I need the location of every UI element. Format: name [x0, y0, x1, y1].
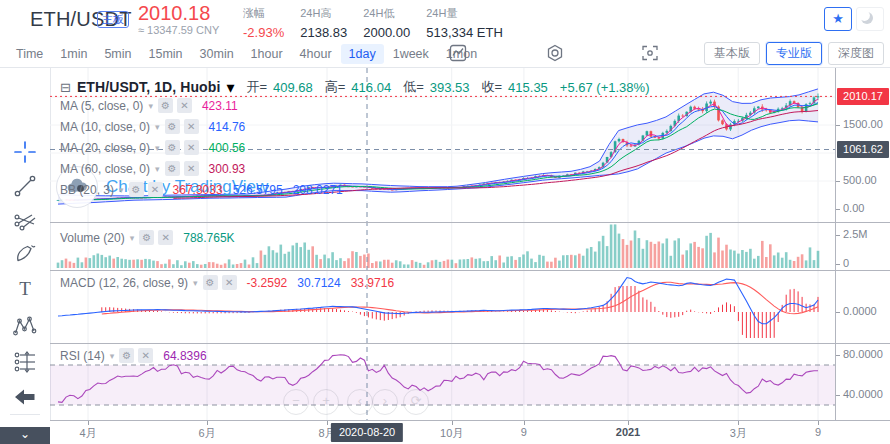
time-axis-label: 9: [815, 426, 821, 438]
gann-fib-tool[interactable]: [12, 207, 38, 233]
indicator-settings-button[interactable]: ⚙: [129, 182, 144, 197]
indicator-settings-button[interactable]: ⚙: [165, 161, 180, 176]
indicator-remove-button[interactable]: ✕: [184, 161, 199, 176]
interval-time[interactable]: Time: [8, 44, 51, 64]
chevron-down-icon: ⌄: [20, 427, 30, 441]
chart-nav-scroll-right[interactable]: ›: [372, 389, 398, 415]
time-axis-label: 10月: [440, 426, 463, 441]
header-stat: 24H高2138.83: [300, 6, 347, 40]
view-button[interactable]: 深度图: [828, 42, 884, 65]
indicator-settings-button[interactable]: ⚙: [165, 140, 180, 155]
line-chart-icon[interactable]: [448, 43, 470, 65]
stat-value: 2000.00: [363, 25, 410, 40]
moon-icon: [857, 8, 883, 28]
time-axis-label: 2021: [616, 426, 640, 438]
time-axis-label: 6月: [198, 426, 215, 441]
view-button[interactable]: 基本版: [704, 42, 760, 65]
theme-toggle-button[interactable]: [856, 7, 884, 31]
axis-label: 0.00: [843, 202, 864, 214]
trading-app: ETH/USDT 主板 2010.18 ≈ 13347.59 CNY 涨幅-2.…: [0, 0, 890, 444]
indicator-settings-button[interactable]: ⚙: [119, 348, 134, 363]
view-button[interactable]: 专业版: [766, 42, 822, 65]
sidebar-divider: [10, 414, 40, 415]
brush-tool[interactable]: [12, 241, 38, 267]
time-axis-label: 9: [521, 426, 527, 438]
header-stat: 24H量513,334 ETH: [426, 6, 503, 40]
interval-30min[interactable]: 30min: [192, 44, 242, 64]
interval-4hour[interactable]: 4hour: [292, 44, 340, 64]
interval-1day[interactable]: 1day: [341, 44, 384, 64]
time-axis[interactable]: 4月6月8月10月920213月92020-08-20: [50, 420, 890, 444]
view-mode-buttons: 基本版专业版深度图: [704, 42, 884, 65]
axis-label: 80.0000: [843, 348, 883, 360]
header-stat: 24H低2000.00: [363, 6, 410, 40]
header-stats: 涨幅-2.93%24H高2138.8324H低2000.0024H量513,33…: [243, 6, 503, 40]
interval-5min[interactable]: 5min: [96, 44, 139, 64]
indicator-remove-button[interactable]: ✕: [222, 275, 237, 290]
indicator-settings-button[interactable]: ⚙: [139, 230, 154, 245]
trend-line-tool[interactable]: [12, 173, 38, 199]
drawing-sidebar: T ⌄: [0, 68, 51, 444]
stat-value: -2.93%: [243, 25, 284, 40]
chart-nav-reset-view[interactable]: ⟳: [403, 389, 429, 415]
last-price: 2010.18: [138, 2, 210, 25]
board-badge: 主板: [97, 11, 129, 28]
sidebar-collapse-button[interactable]: ⌄: [0, 427, 50, 444]
chart-nav-zoom-out[interactable]: −: [283, 389, 309, 415]
indicator-remove-button[interactable]: ✕: [184, 140, 199, 155]
interval-1min[interactable]: 1min: [52, 44, 95, 64]
stat-value: 2138.83: [300, 25, 347, 40]
axis-label: 500.00: [843, 174, 877, 186]
price-axis-badge: 1061.62: [837, 141, 889, 158]
favorite-button[interactable]: ★: [824, 7, 852, 31]
header: ETH/USDT 主板 2010.18 ≈ 13347.59 CNY 涨幅-2.…: [0, 0, 890, 40]
axis-label: 0: [843, 257, 849, 269]
panel-separator[interactable]: [50, 343, 890, 344]
stat-label: 涨幅: [243, 6, 284, 21]
interval-15min[interactable]: 15min: [141, 44, 191, 64]
indicator-settings-button[interactable]: ⚙: [165, 119, 180, 134]
star-icon: ★: [832, 11, 844, 26]
indicator-remove-button[interactable]: ✕: [148, 182, 163, 197]
crosshair-tool[interactable]: [12, 139, 38, 165]
xabcd-pattern-tool[interactable]: [12, 314, 38, 340]
chart-toolbar: Time1min5min15min30min1hour4hour1day1wee…: [0, 40, 890, 68]
time-axis-label: 3月: [730, 426, 747, 441]
cny-equivalent: ≈ 13347.59 CNY: [138, 24, 219, 36]
price-axis-badge: 2010.17: [837, 88, 889, 105]
indicator-settings-button[interactable]: ⚙: [158, 98, 173, 113]
chart-nav-zoom-in[interactable]: +: [313, 389, 339, 415]
svg-text:T: T: [19, 278, 31, 299]
panel-separator[interactable]: [50, 222, 890, 223]
screenshot-icon[interactable]: [640, 43, 662, 65]
text-tool[interactable]: T: [12, 275, 38, 301]
indicator-remove-button[interactable]: ✕: [177, 98, 192, 113]
axis-label: 1500.00: [843, 118, 883, 130]
tradingview-cloud-icon: [56, 166, 98, 208]
indicator-remove-button[interactable]: ✕: [184, 119, 199, 134]
back-arrow-tool[interactable]: [12, 384, 38, 410]
panel-separator[interactable]: [50, 270, 890, 271]
interval-1hour[interactable]: 1hour: [243, 44, 291, 64]
crosshair-date-badge: 2020-08-20: [331, 423, 403, 442]
stat-label: 24H量: [426, 6, 503, 21]
price-axis[interactable]: 2010.171500.001061.62500.000.002.5M00.00…: [835, 68, 890, 420]
axis-label: 40.0000: [843, 388, 883, 400]
axis-label: 0.0000: [843, 305, 877, 317]
stat-label: 24H低: [363, 6, 410, 21]
chart-nav-scroll-left[interactable]: ‹: [347, 389, 373, 415]
time-axis-label: 4月: [79, 426, 96, 441]
indicator-settings-icon[interactable]: [545, 43, 567, 65]
axis-label: 2.5M: [843, 228, 867, 240]
indicator-remove-button[interactable]: ✕: [138, 348, 153, 363]
header-stat: 涨幅-2.93%: [243, 6, 284, 40]
forecast-tool[interactable]: [12, 349, 38, 375]
stat-value: 513,334 ETH: [426, 25, 503, 40]
indicator-remove-button[interactable]: ✕: [158, 230, 173, 245]
stat-label: 24H高: [300, 6, 347, 21]
interval-list: Time1min5min15min30min1hour4hour1day1wee…: [8, 40, 485, 67]
interval-1week[interactable]: 1week: [385, 44, 437, 64]
indicator-settings-button[interactable]: ⚙: [203, 275, 218, 290]
